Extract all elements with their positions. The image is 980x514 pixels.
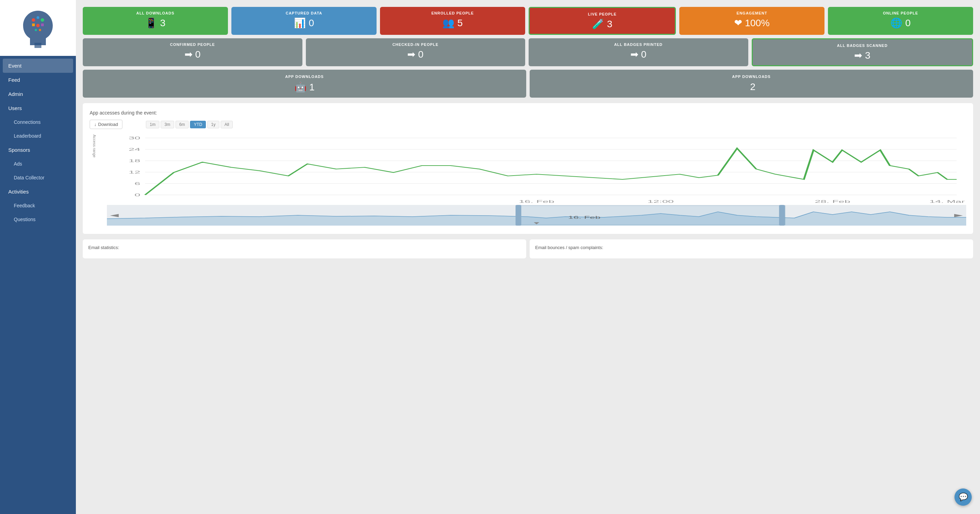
sidebar-item-sponsors[interactable]: Sponsors [0, 143, 76, 157]
svg-text:30: 30 [129, 136, 140, 140]
svg-text:16. Feb: 16. Feb [519, 199, 554, 204]
y-axis-label: Access range [92, 135, 97, 158]
time-btn-1m[interactable]: 1m [146, 121, 159, 128]
sidebar: Event Feed Admin Users Connections Leade… [0, 0, 76, 514]
badge-scan-icon: ➡ [854, 50, 862, 61]
time-btn-1y[interactable]: 1y [207, 121, 219, 128]
stat-app-downloads-ios[interactable]: APP DOWNLOADS 2 [530, 70, 973, 98]
svg-text:12:00: 12:00 [648, 199, 674, 204]
svg-text:12: 12 [129, 170, 140, 174]
stat-captured-data[interactable]: CAPTURED DATA 📊 0 [231, 7, 377, 35]
stat-confirmed-people[interactable]: CONFIRMED PEOPLE ➡ 0 [83, 38, 302, 66]
flask-icon: 🧪 [592, 18, 604, 30]
chart-title: App accesses during the event: [90, 110, 966, 116]
main-content: ALL DOWNLOADS 📱 3 CAPTURED DATA 📊 0 ENRO… [76, 0, 980, 514]
email-statistics-title: Email statistics: [88, 245, 521, 250]
sidebar-logo [0, 0, 76, 56]
svg-rect-30 [779, 205, 785, 226]
download-icon: ↓ [94, 122, 97, 127]
stat-app-downloads-android[interactable]: APP DOWNLOADS 🤖 1 [83, 70, 526, 98]
stat-enrolled-people-value: 👥 5 [385, 17, 520, 29]
svg-text:▶: ▶ [954, 213, 963, 217]
time-btn-6m[interactable]: 6m [175, 121, 189, 128]
svg-text:28. Feb: 28. Feb [815, 199, 850, 204]
chart-controls: ↓ Download 1m 3m 6m YTD 1y All [90, 120, 966, 129]
email-bounces-card: Email bounces / spam complaints: [530, 239, 973, 258]
svg-rect-28 [518, 205, 785, 225]
chart-wrapper: Access range 30 24 18 12 6 0 [90, 135, 966, 227]
sidebar-item-questions[interactable]: Questions [0, 213, 76, 226]
android-icon: 🤖 [294, 81, 307, 93]
sidebar-item-activities[interactable]: Activities [0, 185, 76, 199]
stat-all-downloads[interactable]: ALL DOWNLOADS 📱 3 [83, 7, 228, 35]
sidebar-item-data-collector[interactable]: Data Collector [0, 171, 76, 185]
stat-app-downloads-ios-value: 2 [535, 81, 967, 92]
sidebar-item-admin[interactable]: Admin [0, 87, 76, 101]
svg-rect-7 [35, 29, 37, 31]
stat-enrolled-people[interactable]: ENROLLED PEOPLE 👥 5 [380, 7, 525, 35]
sidebar-item-ads[interactable]: Ads [0, 157, 76, 171]
stat-live-people-value: 🧪 3 [535, 18, 669, 30]
stat-all-badges-scanned[interactable]: ALL BADGES SCANNED ➡ 3 [752, 38, 974, 66]
chat-icon: 💬 [959, 493, 968, 501]
svg-text:6: 6 [134, 181, 140, 186]
time-btn-ytd[interactable]: YTD [190, 121, 206, 128]
stat-checked-in-people-value: ➡ 0 [311, 49, 520, 60]
svg-text:24: 24 [129, 147, 140, 151]
stat-all-downloads-value: 📱 3 [88, 17, 223, 29]
stat-enrolled-people-label: ENROLLED PEOPLE [385, 11, 520, 15]
time-btn-all[interactable]: All [221, 121, 233, 128]
svg-text:18: 18 [129, 159, 140, 163]
checkin-icon: ➡ [407, 49, 415, 60]
stat-captured-data-label: CAPTURED DATA [237, 11, 371, 15]
stat-online-people[interactable]: ONLINE PEOPLE 🌐 0 [828, 7, 973, 35]
sidebar-item-connections[interactable]: Connections [0, 115, 76, 129]
stat-app-downloads-android-label: APP DOWNLOADS [88, 75, 521, 79]
stat-checked-in-people-label: CHECKED-IN PEOPLE [311, 43, 520, 46]
svg-rect-29 [515, 205, 521, 226]
chat-button[interactable]: 💬 [955, 489, 972, 506]
stat-all-badges-printed-value: ➡ 0 [534, 49, 743, 60]
sidebar-item-feed[interactable]: Feed [0, 73, 76, 87]
sidebar-item-feedback[interactable]: Feedback [0, 199, 76, 213]
chart-main-svg: 30 24 18 12 6 0 16. Feb 12:00 28. Feb 14… [107, 135, 966, 204]
phone-icon: 📱 [145, 17, 157, 29]
stat-engagement[interactable]: ENGAGEMENT ❤ 100% [679, 7, 824, 35]
stats-second-row: CONFIRMED PEOPLE ➡ 0 CHECKED-IN PEOPLE ➡… [83, 38, 973, 66]
stat-live-people[interactable]: LIVE PEOPLE 🧪 3 [529, 7, 676, 35]
sidebar-item-leaderboard[interactable]: Leaderboard [0, 129, 76, 143]
stats-top-row: ALL DOWNLOADS 📱 3 CAPTURED DATA 📊 0 ENRO… [83, 7, 973, 35]
stat-all-badges-scanned-label: ALL BADGES SCANNED [758, 43, 967, 48]
stat-engagement-label: ENGAGEMENT [685, 11, 819, 15]
stat-app-downloads-ios-label: APP DOWNLOADS [535, 75, 967, 79]
download-button[interactable]: ↓ Download [90, 120, 123, 129]
svg-rect-8 [39, 29, 41, 31]
stat-captured-data-value: 📊 0 [237, 17, 371, 29]
stat-all-badges-printed[interactable]: ALL BADGES PRINTED ➡ 0 [529, 38, 748, 66]
chart-icon: 📊 [294, 17, 306, 29]
svg-point-3 [41, 18, 44, 22]
chart-mini-svg: 16. Feb ◀ ▶ ▼ [107, 205, 966, 226]
svg-point-6 [36, 24, 40, 27]
svg-point-2 [37, 16, 39, 19]
stat-engagement-value: ❤ 100% [685, 17, 819, 29]
email-statistics-card: Email statistics: [83, 239, 526, 258]
stat-confirmed-people-value: ➡ 0 [88, 49, 297, 60]
svg-point-1 [32, 18, 35, 22]
stat-checked-in-people[interactable]: CHECKED-IN PEOPLE ➡ 0 [306, 38, 525, 66]
svg-text:◀: ◀ [110, 213, 120, 217]
sidebar-item-event[interactable]: Event [3, 59, 73, 73]
svg-text:14. Mar: 14. Mar [929, 199, 965, 204]
time-btn-3m[interactable]: 3m [161, 121, 174, 128]
stat-online-people-label: ONLINE PEOPLE [834, 11, 967, 15]
globe-icon: 🌐 [890, 17, 902, 29]
stat-live-people-label: LIVE PEOPLE [535, 12, 669, 16]
svg-rect-9 [35, 43, 41, 48]
svg-text:0: 0 [134, 193, 140, 197]
time-filters: 1m 3m 6m YTD 1y All [146, 121, 233, 128]
sidebar-item-users[interactable]: Users [0, 101, 76, 115]
stat-all-badges-printed-label: ALL BADGES PRINTED [534, 43, 743, 46]
svg-rect-4 [32, 24, 35, 26]
sidebar-nav: Event Feed Admin Users Connections Leade… [0, 56, 76, 229]
svg-text:▼: ▼ [532, 221, 541, 225]
